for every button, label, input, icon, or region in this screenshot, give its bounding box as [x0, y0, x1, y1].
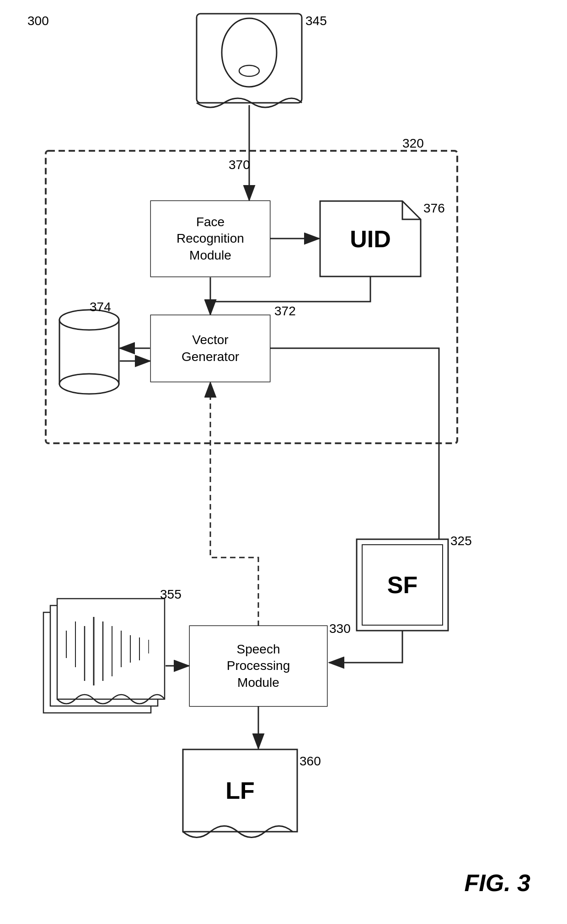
label-370: 370 [229, 158, 250, 172]
label-376: 376 [423, 201, 445, 216]
label-320: 320 [402, 136, 424, 151]
sf-text: SF [357, 539, 448, 631]
svg-rect-20 [43, 612, 151, 713]
speech-processing-box-text: Speech Processing Module [190, 626, 327, 706]
label-360: 360 [300, 754, 321, 769]
label-372: 372 [274, 304, 296, 319]
svg-rect-6 [46, 151, 457, 443]
label-374: 374 [90, 300, 111, 314]
diagram: 300 345 320 370 Face Recognition Module … [0, 0, 567, 924]
vector-generator-box-text: Vector Generator [151, 315, 270, 382]
label-300: 300 [27, 14, 49, 28]
label-345: 345 [305, 14, 327, 28]
face-recognition-box-text: Face Recognition Module [151, 201, 270, 276]
label-355: 355 [160, 587, 182, 602]
svg-rect-22 [57, 599, 165, 699]
svg-point-11 [59, 374, 119, 394]
svg-rect-9 [59, 320, 119, 384]
label-325: 325 [450, 534, 472, 548]
label-330: 330 [329, 621, 351, 636]
uid-text: UID [320, 201, 421, 276]
svg-point-4 [222, 18, 277, 87]
lf-text: LF [183, 749, 297, 832]
svg-point-5 [239, 65, 259, 76]
figure-label: FIG. 3 [465, 869, 530, 897]
svg-rect-21 [50, 605, 158, 706]
svg-rect-3 [197, 14, 302, 103]
